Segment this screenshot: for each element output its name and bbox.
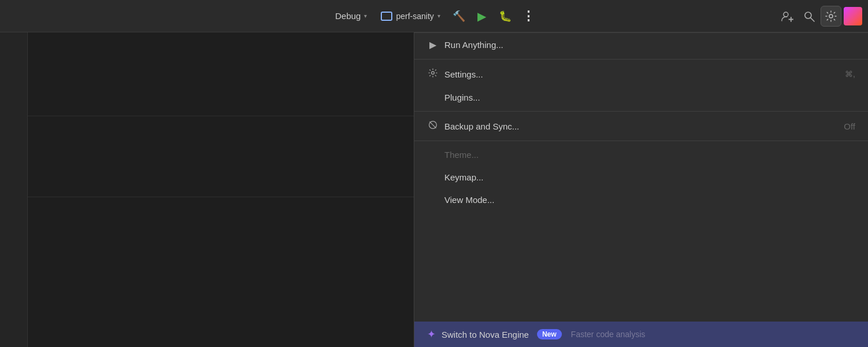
- tools-icon: 🔨: [453, 10, 465, 23]
- debug-label: Debug: [335, 11, 361, 21]
- nova-sub: Faster code analysis: [571, 330, 645, 339]
- settings-icon: [825, 10, 837, 22]
- nova-label: Switch to Nova Engine: [442, 330, 529, 339]
- add-profile-button[interactable]: [777, 6, 797, 27]
- divider-1: [414, 59, 868, 60]
- backup-label: Backup and Sync...: [444, 121, 836, 131]
- theme-label: Theme...: [444, 150, 855, 160]
- project-icon: [381, 12, 392, 21]
- run-icon: ▶: [477, 9, 486, 23]
- debug-bug-icon: 🐛: [499, 10, 512, 23]
- svg-point-3: [805, 12, 811, 19]
- avatar: [844, 7, 862, 25]
- avatar-button[interactable]: [843, 6, 863, 27]
- menu-item-backup[interactable]: Backup and Sync... Off: [414, 114, 868, 138]
- svg-point-0: [784, 12, 788, 17]
- add-profile-icon: [781, 10, 793, 23]
- svg-line-4: [811, 18, 814, 21]
- run-button[interactable]: ▶: [472, 6, 492, 27]
- tools-button[interactable]: 🔨: [448, 6, 469, 27]
- avatar-image: [844, 7, 862, 25]
- menu-item-settings[interactable]: Settings... ⌘,: [414, 62, 868, 86]
- topbar-center: Debug ▾ perf-sanity ▾ 🔨 ▶ 🐛 ⋮: [329, 6, 539, 27]
- menu-item-plugins[interactable]: Plugins...: [414, 86, 868, 109]
- svg-line-8: [429, 121, 436, 128]
- topbar-right: [777, 0, 868, 32]
- view-mode-label: View Mode...: [444, 195, 855, 205]
- project-chevron-icon: ▾: [437, 13, 440, 19]
- settings-shortcut: ⌘,: [845, 69, 855, 79]
- backup-icon: [427, 120, 439, 132]
- run-anything-label: Run Anything...: [444, 40, 855, 50]
- left-stripe: [0, 32, 28, 347]
- settings-label: Settings...: [444, 69, 839, 79]
- keymap-label: Keymap...: [444, 172, 855, 182]
- divider-3: [414, 141, 868, 141]
- plugins-label: Plugins...: [444, 93, 855, 102]
- search-icon: [803, 10, 815, 22]
- project-selector-button[interactable]: perf-sanity ▾: [375, 9, 446, 23]
- settings-menu-icon: [427, 68, 439, 80]
- search-button[interactable]: [799, 6, 819, 27]
- svg-point-5: [829, 14, 833, 18]
- menu-item-run-anything[interactable]: ▶ Run Anything...: [414, 33, 868, 57]
- debug-run-button[interactable]: 🐛: [495, 6, 516, 27]
- nova-sparkle-icon: ✦: [427, 328, 436, 341]
- settings-dropdown: ▶ Run Anything... Settings... ⌘, Plugins…: [414, 32, 868, 347]
- menu-item-keymap[interactable]: Keymap...: [414, 166, 868, 189]
- menu-item-theme: Theme...: [414, 143, 868, 166]
- chevron-down-icon: ▾: [364, 13, 367, 19]
- menu-item-nova-engine[interactable]: ✦ Switch to Nova Engine New Faster code …: [414, 322, 868, 347]
- more-icon: ⋮: [522, 9, 535, 24]
- left-panel: [0, 32, 414, 347]
- project-label: perf-sanity: [396, 12, 433, 21]
- backup-status: Off: [844, 121, 855, 131]
- debug-config-button[interactable]: Debug ▾: [329, 9, 373, 23]
- nova-badge: New: [537, 329, 562, 339]
- more-button[interactable]: ⋮: [518, 6, 539, 27]
- divider-2: [414, 111, 868, 112]
- topbar: Debug ▾ perf-sanity ▾ 🔨 ▶ 🐛 ⋮: [0, 0, 868, 32]
- run-anything-icon: ▶: [427, 39, 439, 50]
- svg-point-6: [432, 72, 435, 75]
- settings-button[interactable]: [821, 6, 841, 27]
- menu-item-view-mode[interactable]: View Mode...: [414, 189, 868, 211]
